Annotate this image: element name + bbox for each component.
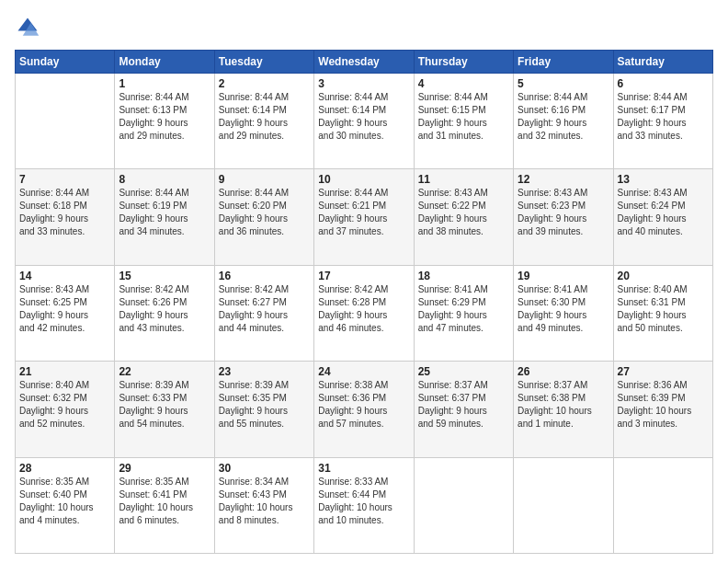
calendar-cell: 4Sunrise: 8:44 AM Sunset: 6:15 PM Daylig… [414,74,513,169]
day-info: Sunrise: 8:44 AM Sunset: 6:20 PM Dayligh… [219,187,310,238]
day-info: Sunrise: 8:43 AM Sunset: 6:24 PM Dayligh… [618,187,709,238]
calendar-week-row: 1Sunrise: 8:44 AM Sunset: 6:13 PM Daylig… [16,74,713,169]
calendar-cell: 16Sunrise: 8:42 AM Sunset: 6:27 PM Dayli… [214,265,313,361]
calendar-cell: 8Sunrise: 8:44 AM Sunset: 6:19 PM Daylig… [115,169,214,265]
calendar-cell: 25Sunrise: 8:37 AM Sunset: 6:37 PM Dayli… [414,362,513,457]
day-info: Sunrise: 8:41 AM Sunset: 6:29 PM Dayligh… [418,283,509,335]
day-number: 4 [418,77,509,90]
calendar-header-monday: Monday [115,51,214,74]
day-number: 17 [318,270,409,282]
day-info: Sunrise: 8:44 AM Sunset: 6:16 PM Dayligh… [518,91,609,143]
calendar-cell: 29Sunrise: 8:35 AM Sunset: 6:41 PM Dayli… [115,457,214,553]
day-info: Sunrise: 8:43 AM Sunset: 6:22 PM Dayligh… [418,187,509,238]
logo-icon [15,15,40,40]
day-info: Sunrise: 8:39 AM Sunset: 6:35 PM Dayligh… [219,379,310,431]
day-number: 30 [219,462,310,475]
calendar-week-row: 28Sunrise: 8:35 AM Sunset: 6:40 PM Dayli… [16,457,713,553]
calendar-header-friday: Friday [514,51,613,74]
calendar-header-thursday: Thursday [414,51,513,74]
day-info: Sunrise: 8:42 AM Sunset: 6:26 PM Dayligh… [119,283,210,335]
calendar-cell: 23Sunrise: 8:39 AM Sunset: 6:35 PM Dayli… [214,362,313,457]
day-info: Sunrise: 8:42 AM Sunset: 6:28 PM Dayligh… [318,283,409,335]
day-number: 24 [318,365,409,378]
day-number: 16 [219,270,310,282]
calendar-cell: 15Sunrise: 8:42 AM Sunset: 6:26 PM Dayli… [115,265,214,361]
calendar-header-saturday: Saturday [613,51,712,74]
day-number: 31 [318,462,409,475]
day-info: Sunrise: 8:37 AM Sunset: 6:37 PM Dayligh… [418,379,509,431]
day-info: Sunrise: 8:44 AM Sunset: 6:15 PM Dayligh… [418,91,509,143]
day-info: Sunrise: 8:37 AM Sunset: 6:38 PM Dayligh… [518,379,609,431]
calendar-cell: 31Sunrise: 8:33 AM Sunset: 6:44 PM Dayli… [314,457,414,553]
day-number: 28 [19,462,110,475]
calendar-cell: 21Sunrise: 8:40 AM Sunset: 6:32 PM Dayli… [16,362,115,457]
calendar-cell: 19Sunrise: 8:41 AM Sunset: 6:30 PM Dayli… [514,265,613,361]
day-info: Sunrise: 8:34 AM Sunset: 6:43 PM Dayligh… [219,476,310,527]
calendar-cell [514,457,613,553]
day-number: 3 [318,77,409,90]
day-number: 7 [19,173,110,186]
day-info: Sunrise: 8:42 AM Sunset: 6:27 PM Dayligh… [219,283,310,335]
calendar-cell [613,457,712,553]
day-info: Sunrise: 8:40 AM Sunset: 6:31 PM Dayligh… [618,283,709,335]
day-number: 29 [119,462,210,475]
day-number: 25 [418,365,509,378]
calendar-cell: 17Sunrise: 8:42 AM Sunset: 6:28 PM Dayli… [314,265,414,361]
day-number: 12 [518,173,609,186]
day-number: 19 [518,270,609,282]
calendar-cell: 9Sunrise: 8:44 AM Sunset: 6:20 PM Daylig… [214,169,313,265]
day-number: 10 [318,173,409,186]
calendar-cell: 27Sunrise: 8:36 AM Sunset: 6:39 PM Dayli… [613,362,712,457]
calendar-cell: 28Sunrise: 8:35 AM Sunset: 6:40 PM Dayli… [16,457,115,553]
calendar-table: SundayMondayTuesdayWednesdayThursdayFrid… [15,50,713,554]
day-number: 6 [618,77,709,90]
calendar-cell: 3Sunrise: 8:44 AM Sunset: 6:14 PM Daylig… [314,74,414,169]
day-number: 27 [618,365,709,378]
day-number: 9 [219,173,310,186]
day-info: Sunrise: 8:43 AM Sunset: 6:23 PM Dayligh… [518,187,609,238]
calendar-cell: 14Sunrise: 8:43 AM Sunset: 6:25 PM Dayli… [16,265,115,361]
calendar-cell: 30Sunrise: 8:34 AM Sunset: 6:43 PM Dayli… [214,457,313,553]
day-info: Sunrise: 8:39 AM Sunset: 6:33 PM Dayligh… [119,379,210,431]
calendar-cell: 1Sunrise: 8:44 AM Sunset: 6:13 PM Daylig… [115,74,214,169]
day-info: Sunrise: 8:41 AM Sunset: 6:30 PM Dayligh… [518,283,609,335]
day-info: Sunrise: 8:36 AM Sunset: 6:39 PM Dayligh… [618,379,709,431]
calendar-cell: 12Sunrise: 8:43 AM Sunset: 6:23 PM Dayli… [514,169,613,265]
calendar-week-row: 14Sunrise: 8:43 AM Sunset: 6:25 PM Dayli… [16,265,713,361]
day-number: 14 [19,270,110,282]
day-info: Sunrise: 8:35 AM Sunset: 6:40 PM Dayligh… [19,476,110,527]
day-info: Sunrise: 8:33 AM Sunset: 6:44 PM Dayligh… [318,476,409,527]
page: SundayMondayTuesdayWednesdayThursdayFrid… [0,0,728,563]
day-number: 5 [518,77,609,90]
day-info: Sunrise: 8:43 AM Sunset: 6:25 PM Dayligh… [19,283,110,335]
day-info: Sunrise: 8:44 AM Sunset: 6:13 PM Dayligh… [119,91,210,143]
calendar-cell: 24Sunrise: 8:38 AM Sunset: 6:36 PM Dayli… [314,362,414,457]
day-number: 11 [418,173,509,186]
calendar-cell: 7Sunrise: 8:44 AM Sunset: 6:18 PM Daylig… [16,169,115,265]
day-number: 2 [219,77,310,90]
calendar-header-wednesday: Wednesday [314,51,414,74]
day-number: 15 [119,270,210,282]
calendar-week-row: 7Sunrise: 8:44 AM Sunset: 6:18 PM Daylig… [16,169,713,265]
day-number: 18 [418,270,509,282]
day-number: 23 [219,365,310,378]
calendar-header-row: SundayMondayTuesdayWednesdayThursdayFrid… [16,51,713,74]
day-number: 1 [119,77,210,90]
day-info: Sunrise: 8:38 AM Sunset: 6:36 PM Dayligh… [318,379,409,431]
logo [15,15,44,40]
calendar-cell: 11Sunrise: 8:43 AM Sunset: 6:22 PM Dayli… [414,169,513,265]
calendar-cell: 2Sunrise: 8:44 AM Sunset: 6:14 PM Daylig… [214,74,313,169]
calendar-week-row: 21Sunrise: 8:40 AM Sunset: 6:32 PM Dayli… [16,362,713,457]
header [15,15,713,40]
day-number: 22 [119,365,210,378]
day-info: Sunrise: 8:35 AM Sunset: 6:41 PM Dayligh… [119,476,210,527]
calendar-cell: 5Sunrise: 8:44 AM Sunset: 6:16 PM Daylig… [514,74,613,169]
day-info: Sunrise: 8:44 AM Sunset: 6:19 PM Dayligh… [119,187,210,238]
calendar-cell: 22Sunrise: 8:39 AM Sunset: 6:33 PM Dayli… [115,362,214,457]
calendar-cell: 13Sunrise: 8:43 AM Sunset: 6:24 PM Dayli… [613,169,712,265]
day-info: Sunrise: 8:44 AM Sunset: 6:18 PM Dayligh… [19,187,110,238]
calendar-cell [16,74,115,169]
day-number: 8 [119,173,210,186]
calendar-cell: 18Sunrise: 8:41 AM Sunset: 6:29 PM Dayli… [414,265,513,361]
day-number: 26 [518,365,609,378]
